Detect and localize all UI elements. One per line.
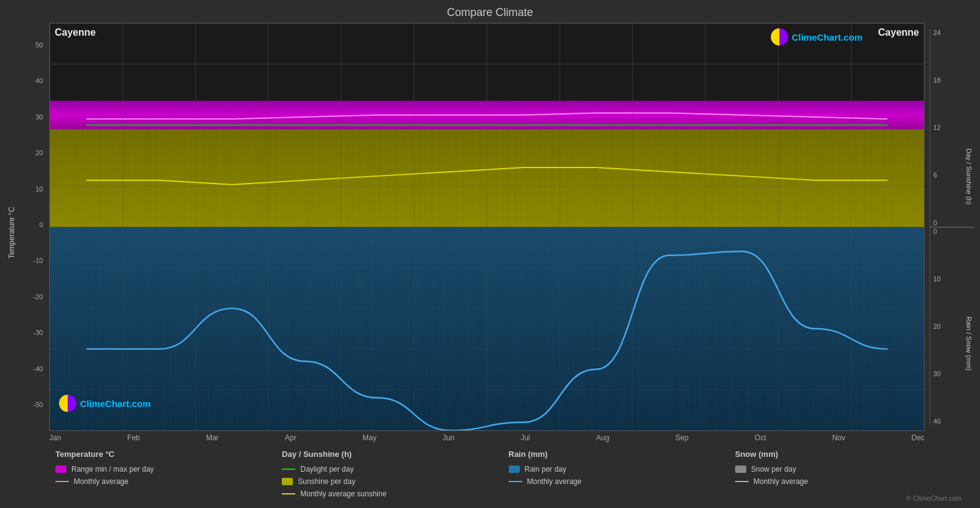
legend-daylight: Daylight per day bbox=[282, 465, 508, 474]
legend-temp-range-swatch bbox=[55, 466, 66, 473]
legend-snow-title: Snow (mm) bbox=[735, 450, 962, 459]
legend-temperature-title: Temperature °C bbox=[55, 450, 282, 459]
location-label-right: Cayenne bbox=[878, 27, 919, 38]
legend-sunshine-avg-label: Monthly average sunshine bbox=[300, 490, 386, 498]
y-axis-left-label: Temperature °C bbox=[7, 206, 16, 258]
x-tick-jun: Jun bbox=[442, 433, 454, 442]
y-axis-right-top-label: Day / Sunshine (h) bbox=[965, 148, 973, 204]
x-tick-sep: Sep bbox=[675, 433, 688, 442]
x-tick-nov: Nov bbox=[832, 433, 845, 442]
legend-rain-swatch bbox=[509, 466, 520, 473]
legend-rain-avg-label: Monthly average bbox=[527, 477, 582, 486]
x-tick-jul: Jul bbox=[520, 433, 530, 442]
y-axis-left: Temperature °C 50 40 30 20 10 0 -10 -20 … bbox=[6, 23, 49, 442]
legend-sunshine-per-day: Sunshine per day bbox=[282, 477, 508, 486]
chart-main: Cayenne Cayenne ClimeChart.com ClimeChar… bbox=[49, 23, 925, 442]
legend-sunshine-label: Sunshine per day bbox=[298, 477, 355, 486]
x-tick-dec: Dec bbox=[912, 433, 925, 442]
legend-rain-label: Rain per day bbox=[525, 465, 567, 474]
legend-area: Temperature °C Range min / max per day M… bbox=[6, 442, 974, 502]
logo-icon-top bbox=[771, 28, 788, 46]
chart-title: Compare Climate bbox=[6, 6, 974, 19]
logo-top-right: ClimeChart.com bbox=[771, 28, 862, 46]
legend-sunshine: Day / Sunshine (h) Daylight per day Suns… bbox=[282, 450, 508, 502]
main-chart-canvas bbox=[50, 23, 924, 430]
legend-rain-per-day: Rain per day bbox=[509, 465, 735, 474]
logo-text-top: ClimeChart.com bbox=[792, 32, 862, 42]
legend-temperature: Temperature °C Range min / max per day M… bbox=[55, 450, 282, 502]
chart-canvas: Cayenne Cayenne ClimeChart.com ClimeChar… bbox=[49, 23, 925, 431]
legend-snow-avg-label: Monthly average bbox=[754, 477, 808, 486]
x-tick-may: May bbox=[362, 433, 376, 442]
legend-rain: Rain (mm) Rain per day Monthly average bbox=[509, 450, 735, 502]
legend-snow-swatch bbox=[735, 466, 746, 473]
logo-bottom-left: ClimeChart.com bbox=[59, 395, 151, 412]
x-tick-oct: Oct bbox=[755, 433, 767, 442]
legend-sunshine-title: Day / Sunshine (h) bbox=[282, 450, 508, 459]
x-tick-feb: Feb bbox=[127, 433, 140, 442]
y-axis-right: 24 18 12 6 0 0 10 20 30 40 Day / Sunshin… bbox=[925, 23, 974, 442]
x-tick-jan: Jan bbox=[49, 433, 61, 442]
legend-sunshine-avg-line bbox=[282, 493, 295, 494]
legend-sunshine-avg: Monthly average sunshine bbox=[282, 490, 508, 498]
legend-snow-per-day: Snow per day bbox=[735, 465, 962, 474]
legend-daylight-label: Daylight per day bbox=[300, 465, 354, 474]
y-axis-right-bottom-label: Rain / Snow (mm) bbox=[965, 316, 973, 371]
legend-sunshine-swatch bbox=[282, 478, 293, 485]
x-tick-mar: Mar bbox=[206, 433, 219, 442]
legend-rain-title: Rain (mm) bbox=[509, 450, 735, 459]
legend-temp-avg-line bbox=[55, 481, 69, 482]
x-tick-aug: Aug bbox=[596, 433, 609, 442]
legend-snow-avg: Monthly average bbox=[735, 477, 962, 486]
legend-daylight-line bbox=[282, 469, 295, 470]
legend-snow-avg-line bbox=[735, 481, 749, 482]
legend-temp-range: Range min / max per day bbox=[55, 465, 282, 474]
legend-snow-label: Snow per day bbox=[751, 465, 796, 474]
legend-rain-avg: Monthly average bbox=[509, 477, 735, 486]
legend-temp-range-label: Range min / max per day bbox=[71, 465, 154, 474]
copyright: © ClimeChart.com bbox=[735, 494, 962, 502]
legend-snow: Snow (mm) Snow per day Monthly average ©… bbox=[735, 450, 962, 502]
x-axis: Jan Feb Mar Apr May Jun Jul Aug Sep Oct … bbox=[49, 431, 925, 442]
legend-temp-avg-label: Monthly average bbox=[74, 477, 129, 486]
legend-rain-avg-line bbox=[509, 481, 522, 482]
x-tick-apr: Apr bbox=[285, 433, 297, 442]
logo-text-bottom: ClimeChart.com bbox=[80, 398, 151, 409]
legend-temp-avg: Monthly average bbox=[55, 477, 282, 486]
location-label-left: Cayenne bbox=[55, 27, 96, 38]
logo-icon-bottom bbox=[59, 395, 76, 412]
